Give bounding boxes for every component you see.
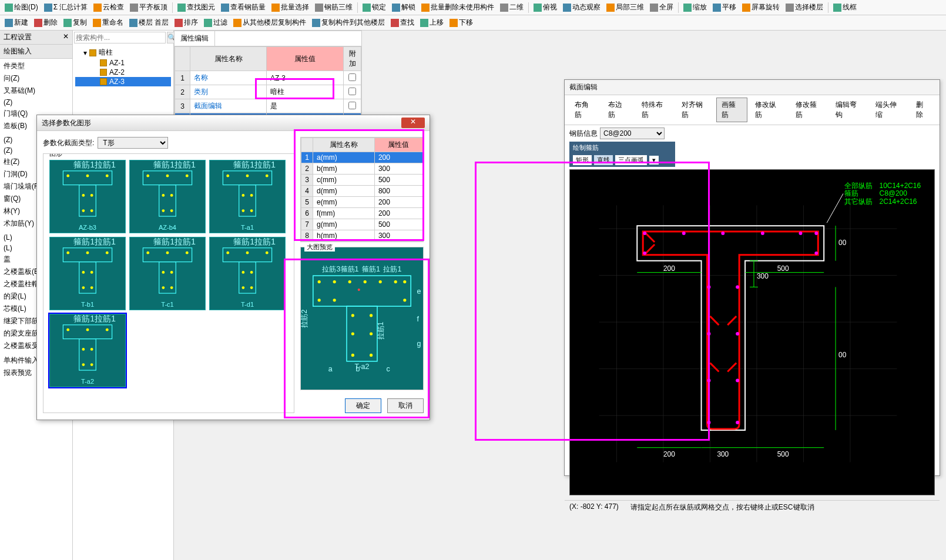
svg-text:箍筋1: 箍筋1: [73, 237, 95, 246]
cad-tab[interactable]: 编辑弯钩: [830, 98, 868, 122]
toolbar-item[interactable]: 云检查: [91, 1, 126, 14]
tab-property-edit[interactable]: 属性编辑: [175, 31, 215, 46]
param-row[interactable]: 8h(mm)300: [301, 230, 423, 242]
tree-root[interactable]: ▾ 暗柱: [75, 47, 171, 58]
toolbar-item[interactable]: 线框: [831, 1, 859, 14]
shape-card[interactable]: 箍筋1拉筋1AZ-b4: [129, 160, 206, 233]
property-row[interactable]: 1名称AZ-3: [175, 71, 361, 85]
tree-node[interactable]: AZ-1: [75, 58, 171, 68]
cad-tab[interactable]: 对齐钢筋: [676, 98, 714, 122]
cad-viewport[interactable]: 200 500 300 00 00 200 300 500 全部纵筋10C14+…: [569, 169, 935, 495]
sidebar-item[interactable]: (Z): [0, 97, 72, 108]
cad-tab[interactable]: 删除: [911, 98, 935, 122]
shape-card[interactable]: 箍筋1拉筋1T-b1: [49, 237, 126, 310]
col-prop-value: 属性值: [267, 47, 344, 71]
sidebar-item[interactable]: 叉基础(M): [0, 85, 72, 97]
toolbar-item[interactable]: 删除: [32, 16, 60, 29]
tree-node[interactable]: AZ-2: [75, 68, 171, 77]
svg-point-81: [348, 280, 351, 283]
svg-rect-33: [63, 248, 112, 262]
toolbar-item[interactable]: 楼层 首层: [127, 16, 171, 29]
param-row[interactable]: 6f(mm)200: [301, 208, 423, 219]
toolbar-item[interactable]: 全屏: [648, 1, 676, 14]
cad-tab[interactable]: 修改箍筋: [790, 98, 828, 122]
toolbar-item[interactable]: 上移: [418, 16, 446, 29]
toolbar-item[interactable]: Σ 汇总计算: [42, 1, 90, 14]
extra-checkbox[interactable]: [348, 73, 356, 81]
toolbar-item[interactable]: 查找: [388, 16, 417, 29]
toolbar-item[interactable]: 锁定: [360, 1, 388, 14]
toolbar-icon: [683, 4, 692, 12]
property-row[interactable]: 2类别暗柱: [175, 85, 361, 99]
draw-tool-button[interactable]: 直线: [594, 155, 613, 165]
svg-point-85: [403, 280, 406, 283]
toolbar-item[interactable]: 选择楼层: [783, 1, 826, 14]
svg-point-52: [170, 286, 173, 289]
draw-tool-button[interactable]: 矩形: [573, 155, 592, 165]
toolbar-item[interactable]: 从其他楼层复制构件: [231, 16, 308, 29]
shape-card[interactable]: 箍筋1拉筋1T-d1: [209, 237, 286, 310]
close-icon[interactable]: ✕: [401, 118, 425, 128]
svg-point-16: [162, 194, 165, 197]
toolbar-item[interactable]: 缩放: [681, 1, 709, 14]
svg-text:拉筋1: 拉筋1: [95, 237, 116, 246]
toolbar-item[interactable]: 局部三维: [604, 1, 646, 14]
toolbar-item[interactable]: 批量删除未使用构件: [419, 1, 497, 14]
param-row[interactable]: 1a(mm)200: [301, 152, 423, 163]
extra-checkbox[interactable]: [348, 102, 356, 109]
toolbar-item[interactable]: 钢筋三维: [313, 1, 355, 14]
sidebar-item[interactable]: 问(Z): [0, 72, 72, 85]
svg-rect-44: [143, 248, 192, 262]
toolbar-item[interactable]: 平齐板顶: [128, 1, 170, 14]
search-input[interactable]: [74, 32, 166, 43]
toolbar-item[interactable]: 平移: [710, 1, 739, 14]
cad-tab[interactable]: 修改纵筋: [750, 98, 787, 122]
shape-card[interactable]: 箍筋1拉筋1T-a2: [49, 314, 126, 387]
svg-point-93: [351, 354, 354, 357]
svg-point-14: [166, 175, 169, 177]
draw-tool-button[interactable]: 三点画弧: [615, 155, 647, 165]
param-row[interactable]: 5e(mm)200: [301, 197, 423, 208]
tree-node[interactable]: AZ-3: [75, 77, 171, 86]
toolbar-item[interactable]: 排序: [172, 16, 200, 29]
sidebar-item[interactable]: 件类型: [0, 60, 72, 72]
param-row[interactable]: 2b(mm)300: [301, 163, 423, 175]
svg-point-47: [166, 252, 169, 254]
rebar-info-select[interactable]: C8@200: [600, 128, 665, 139]
cad-tab[interactable]: 端头伸缩: [870, 98, 908, 122]
svg-point-79: [318, 280, 321, 283]
property-row[interactable]: 3截面编辑是: [175, 99, 361, 113]
toolbar-item[interactable]: 过滤: [202, 16, 230, 29]
cad-tab[interactable]: 画箍筋: [716, 98, 747, 122]
cancel-button[interactable]: 取消: [387, 398, 424, 413]
ok-button[interactable]: 确定: [345, 398, 381, 413]
cad-tab[interactable]: 布角筋: [569, 98, 601, 122]
toolbar-item[interactable]: 俯视: [531, 1, 559, 14]
extra-checkbox[interactable]: [348, 88, 356, 95]
toolbar-item[interactable]: 批量选择: [269, 1, 311, 14]
shape-card[interactable]: 箍筋1拉筋1T-a1: [209, 160, 286, 233]
shape-card[interactable]: 箍筋1拉筋1T-c1: [129, 237, 206, 310]
toolbar-item[interactable]: 重命名: [90, 16, 126, 29]
toolbar-item[interactable]: 屏幕旋转: [740, 1, 782, 14]
param-row[interactable]: 4d(mm)800: [301, 186, 423, 197]
toolbar-item[interactable]: 二维: [498, 1, 526, 14]
toolbar-item[interactable]: 绘图(D): [2, 1, 41, 14]
main-toolbar-1: 绘图(D)Σ 汇总计算云检查平齐板顶查找图元查看钢筋量批量选择钢筋三维锁定解锁批…: [0, 0, 946, 15]
cad-tab[interactable]: 特殊布筋: [636, 98, 674, 122]
param-row[interactable]: 7g(mm)500: [301, 219, 423, 230]
shape-card[interactable]: 箍筋1拉筋1AZ-b3: [49, 160, 126, 233]
toolbar-item[interactable]: 下移: [447, 16, 475, 29]
toolbar-item[interactable]: 动态观察: [561, 1, 603, 14]
toolbar-item[interactable]: 解锁: [390, 1, 418, 14]
toolbar-item[interactable]: 新建: [2, 16, 31, 29]
cad-tab[interactable]: 布边筋: [603, 98, 634, 122]
tool-dropdown[interactable]: ▾: [649, 156, 659, 165]
close-icon[interactable]: ✕: [63, 32, 69, 41]
toolbar-item[interactable]: 复制: [61, 16, 89, 29]
toolbar-item[interactable]: 查找图元: [175, 1, 217, 14]
section-type-select[interactable]: T形: [98, 137, 168, 149]
toolbar-item[interactable]: 复制构件到其他楼层: [310, 16, 387, 29]
toolbar-item[interactable]: 查看钢筋量: [219, 1, 268, 14]
param-row[interactable]: 3c(mm)500: [301, 175, 423, 186]
